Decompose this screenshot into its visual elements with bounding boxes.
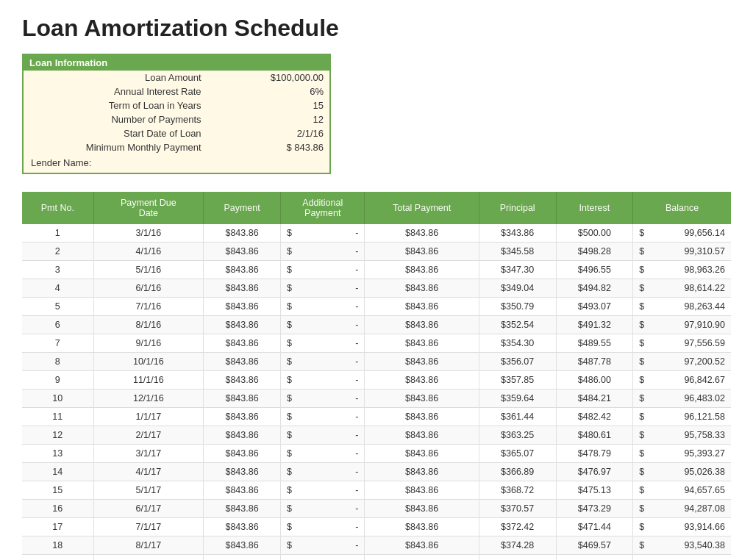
payment-number: 14 xyxy=(22,463,93,481)
total-payment: $843.86 xyxy=(365,555,479,561)
interest: $498.28 xyxy=(556,243,633,261)
loan-info-table: Loan Amount$100,000.00Annual Interest Ra… xyxy=(24,71,329,154)
payment-due-date: 5/1/17 xyxy=(93,481,203,500)
additional-payment: $- xyxy=(281,298,365,316)
payment-amount: $843.86 xyxy=(204,463,281,481)
payment-due-date: 6/1/17 xyxy=(93,500,203,518)
additional-payment: $- xyxy=(281,279,365,298)
total-payment: $843.86 xyxy=(365,408,479,426)
payment-due-date: 11/1/16 xyxy=(93,371,203,390)
interest: $482.42 xyxy=(556,408,633,426)
total-payment: $843.86 xyxy=(365,316,479,334)
table-row: 166/1/17$843.86$-$843.86$370.57$473.29$9… xyxy=(22,500,731,518)
principal: $374.28 xyxy=(479,536,556,555)
payment-number: 18 xyxy=(22,536,93,555)
payment-amount: $843.86 xyxy=(204,500,281,518)
additional-payment: $- xyxy=(281,334,365,353)
payment-number: 1 xyxy=(22,224,93,243)
payment-due-date: 3/1/16 xyxy=(93,224,203,243)
payment-amount: $843.86 xyxy=(204,316,281,334)
interest: $471.44 xyxy=(556,518,633,536)
loan-field-value: 2/1/16 xyxy=(207,126,329,140)
payment-due-date: 5/1/16 xyxy=(93,261,203,279)
principal: $347.30 xyxy=(479,261,556,279)
additional-payment: $- xyxy=(281,555,365,561)
additional-payment: $- xyxy=(281,445,365,463)
balance: $96,121.58 xyxy=(633,408,731,426)
loan-field-label: Loan Amount xyxy=(24,71,207,85)
total-payment: $843.86 xyxy=(365,224,479,243)
balance: $95,026.38 xyxy=(633,463,731,481)
total-payment: $843.86 xyxy=(365,536,479,555)
interest: $486.00 xyxy=(556,371,633,390)
principal: $350.79 xyxy=(479,298,556,316)
balance: $94,657.65 xyxy=(633,481,731,500)
page-title: Loan Amortization Schedule xyxy=(22,15,731,42)
payment-number: 17 xyxy=(22,518,93,536)
payment-due-date: 4/1/16 xyxy=(93,243,203,261)
table-row: 57/1/16$843.86$-$843.86$350.79$493.07$98… xyxy=(22,298,731,316)
loan-field-value: 6% xyxy=(207,85,329,98)
additional-payment: $- xyxy=(281,316,365,334)
payment-number: 3 xyxy=(22,261,93,279)
payment-due-date: 7/1/17 xyxy=(93,518,203,536)
payment-amount: $843.86 xyxy=(204,224,281,243)
interest: $493.07 xyxy=(556,298,633,316)
balance: $97,200.52 xyxy=(633,353,731,371)
table-row: 810/1/16$843.86$-$843.86$356.07$487.78$9… xyxy=(22,353,731,371)
payment-number: 9 xyxy=(22,371,93,390)
additional-payment: $- xyxy=(281,536,365,555)
payment-number: 11 xyxy=(22,408,93,426)
total-payment: $843.86 xyxy=(365,371,479,390)
loan-field-label: Start Date of Loan xyxy=(24,126,207,140)
payment-amount: $843.86 xyxy=(204,426,281,445)
column-header: Total Payment xyxy=(365,192,479,224)
balance: $97,556.59 xyxy=(633,334,731,353)
payment-amount: $843.86 xyxy=(204,390,281,408)
payment-due-date: 9/1/16 xyxy=(93,334,203,353)
payment-amount: $843.86 xyxy=(204,445,281,463)
table-row: 133/1/17$843.86$-$843.86$365.07$478.79$9… xyxy=(22,445,731,463)
total-payment: $843.86 xyxy=(365,390,479,408)
principal: $365.07 xyxy=(479,445,556,463)
balance: $93,540.38 xyxy=(633,536,731,555)
loan-field-label: Number of Payments xyxy=(24,112,207,126)
total-payment: $843.86 xyxy=(365,298,479,316)
principal: $357.85 xyxy=(479,371,556,390)
payment-due-date: 6/1/16 xyxy=(93,279,203,298)
total-payment: $843.86 xyxy=(365,353,479,371)
balance: $99,310.57 xyxy=(633,243,731,261)
additional-payment: $- xyxy=(281,224,365,243)
payment-number: 2 xyxy=(22,243,93,261)
balance: $98,614.22 xyxy=(633,279,731,298)
loan-field-value: $100,000.00 xyxy=(207,71,329,85)
column-header: Interest xyxy=(556,192,633,224)
principal: $354.30 xyxy=(479,334,556,353)
additional-payment: $- xyxy=(281,353,365,371)
loan-field-label: Minimum Monthly Payment xyxy=(24,140,207,154)
balance: $96,483.02 xyxy=(633,390,731,408)
additional-payment: $- xyxy=(281,463,365,481)
balance: $95,393.27 xyxy=(633,445,731,463)
payment-due-date: 4/1/17 xyxy=(93,463,203,481)
payment-number: 6 xyxy=(22,316,93,334)
interest: $469.57 xyxy=(556,536,633,555)
table-row: 46/1/16$843.86$-$843.86$349.04$494.82$98… xyxy=(22,279,731,298)
payment-number: 12 xyxy=(22,426,93,445)
interest: $484.21 xyxy=(556,390,633,408)
interest: $496.55 xyxy=(556,261,633,279)
payment-due-date: 3/1/17 xyxy=(93,445,203,463)
payment-due-date: 10/1/16 xyxy=(93,353,203,371)
additional-payment: $- xyxy=(281,500,365,518)
total-payment: $843.86 xyxy=(365,445,479,463)
loan-info-box: Loan Information Loan Amount$100,000.00A… xyxy=(22,54,331,174)
principal: $356.07 xyxy=(479,353,556,371)
payment-due-date: 2/1/17 xyxy=(93,426,203,445)
balance: $93,914.66 xyxy=(633,518,731,536)
additional-payment: $- xyxy=(281,426,365,445)
principal: $349.04 xyxy=(479,279,556,298)
total-payment: $843.86 xyxy=(365,334,479,353)
interest: $475.13 xyxy=(556,481,633,500)
column-header: Payment DueDate xyxy=(93,192,203,224)
loan-field-value: 12 xyxy=(207,112,329,126)
